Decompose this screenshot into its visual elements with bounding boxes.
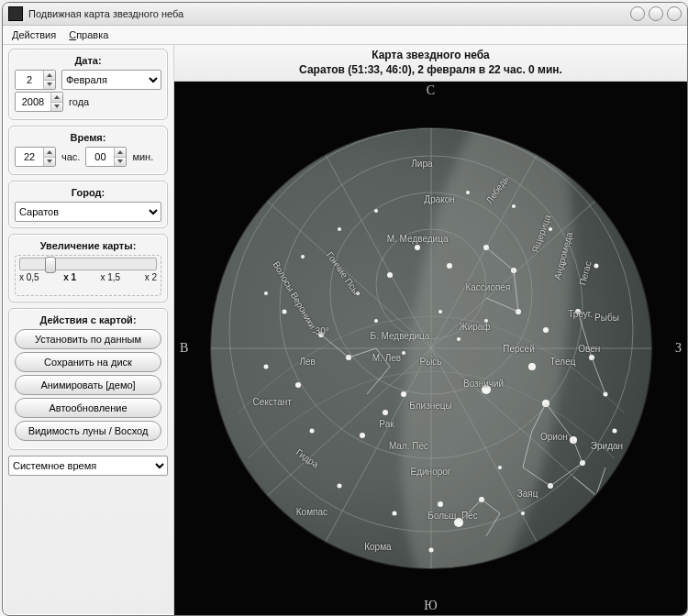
map-title: Карта звездного неба [176,49,685,63]
svg-point-46 [374,209,378,213]
menubar: Действия Справка [3,26,687,45]
city-select[interactable]: Саратов [15,202,161,222]
moon-button[interactable]: Видимость луны / Восход [15,421,161,441]
svg-point-38 [392,512,396,516]
actions-legend: Действия с картой: [15,314,161,325]
sky-grid-icon [211,128,651,568]
map-subtitle: Саратов (51:33, 46:0), 2 февраля в 22 ча… [176,63,685,78]
year-spinner[interactable] [15,92,63,112]
svg-point-40 [594,264,598,269]
svg-point-24 [295,382,301,388]
year-down-icon[interactable] [51,103,62,112]
date-group: Дата: Февраля [8,49,168,120]
svg-point-35 [263,365,268,369]
window-title: Подвижная карта звездного неба [28,8,630,19]
svg-point-52 [484,319,488,323]
svg-point-48 [512,204,516,208]
svg-point-51 [457,337,461,341]
min-down-icon[interactable] [115,158,126,167]
svg-point-36 [309,429,314,434]
hour-suffix: час. [61,151,80,162]
time-group: Время: час. [8,126,168,175]
svg-point-45 [338,227,341,231]
svg-point-17 [438,501,443,507]
svg-point-27 [447,263,452,269]
menu-help[interactable]: Справка [69,29,108,40]
map-canvas: С Ю В З [174,82,687,615]
svg-point-53 [374,319,378,323]
save-button[interactable]: Сохранить на диск [15,352,161,372]
svg-point-31 [543,327,549,333]
titlebar: Подвижная карта звездного неба [3,3,687,26]
actions-group: Действия с картой: Установить по данным … [8,308,168,450]
month-select[interactable]: Февраля [61,70,161,90]
city-group: Город: Саратов [8,181,168,228]
svg-point-57 [521,512,525,515]
maximize-button[interactable] [649,6,663,21]
day-input[interactable] [16,71,43,89]
cardinal-west: З [675,341,682,356]
minimize-button[interactable] [630,6,645,21]
app-window: Подвижная карта звездного неба Действия … [2,2,688,616]
close-button[interactable] [667,6,682,21]
svg-point-11 [528,363,536,370]
year-up-icon[interactable] [51,93,62,103]
svg-point-42 [612,429,616,434]
svg-point-44 [301,255,305,258]
day-up-icon[interactable] [44,71,55,81]
svg-point-34 [282,310,286,314]
sky-chart[interactable]: Дракон М. Медведица Б. Медведица Кассиоп… [211,128,651,568]
zoom-tick: x 1,5 [101,272,121,282]
svg-point-20 [360,433,365,438]
map-header: Карта звездного неба Саратов (51:33, 46:… [174,45,687,82]
set-by-data-button[interactable]: Установить по данным [15,329,161,349]
svg-point-21 [401,391,406,397]
hour-spinner[interactable] [15,147,56,167]
zoom-tick: x 1 [63,272,76,282]
svg-point-49 [549,227,552,231]
hour-up-icon[interactable] [44,148,55,158]
zoom-tick: x 2 [145,272,157,282]
svg-point-25 [387,272,393,278]
menu-actions[interactable]: Действия [12,29,56,40]
zoom-group: Увеличение карты: x 0,5 x 1 x 1,5 x 2 [8,234,168,302]
cardinal-north: С [427,83,435,98]
svg-point-19 [383,410,388,415]
date-legend: Дата: [15,55,161,66]
svg-point-55 [402,351,405,355]
content: Дата: Февраля [3,45,687,615]
minute-input[interactable] [86,148,114,166]
hour-down-icon[interactable] [44,158,55,167]
minute-spinner[interactable] [85,147,127,167]
app-icon [8,6,23,21]
year-suffix: года [69,96,89,107]
svg-point-54 [356,292,360,295]
minute-suffix: мин. [132,151,153,162]
day-down-icon[interactable] [44,81,55,90]
svg-point-43 [264,292,268,295]
zoom-thumb[interactable] [45,257,56,273]
year-input[interactable] [16,93,50,111]
day-spinner[interactable] [15,70,56,90]
sidebar: Дата: Февраля [3,45,174,615]
zoom-slider[interactable]: x 0,5 x 1 x 1,5 x 2 [15,255,161,296]
cardinal-east: В [180,341,188,356]
city-legend: Город: [15,187,161,198]
svg-point-37 [337,484,341,489]
svg-point-56 [498,466,502,469]
animate-button[interactable]: Анимировать [демо] [15,375,161,395]
svg-point-50 [438,310,442,314]
cardinal-south: Ю [424,599,437,613]
autoupdate-button[interactable]: Автообновление [15,398,161,418]
min-up-icon[interactable] [115,148,126,158]
svg-point-10 [482,385,491,394]
zoom-legend: Увеличение карты: [15,240,161,251]
svg-point-47 [466,191,470,194]
window-buttons [630,6,682,21]
main-panel: Карта звездного неба Саратов (51:33, 46:… [174,45,687,615]
hour-input[interactable] [16,148,43,166]
system-time-select[interactable]: Системное время [8,456,168,476]
svg-point-39 [428,548,433,553]
time-legend: Время: [15,132,161,143]
svg-point-26 [415,245,420,250]
